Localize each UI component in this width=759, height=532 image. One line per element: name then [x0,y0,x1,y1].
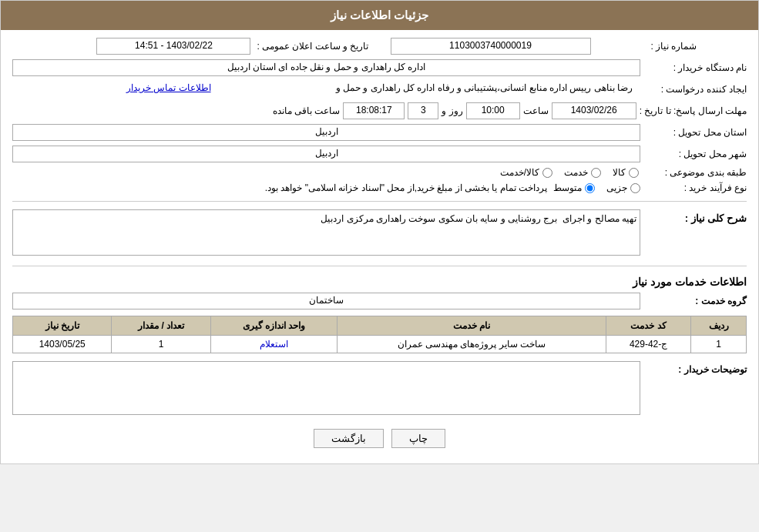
col-row: ردیف [691,316,747,336]
table-row: 1 ج-42-429 ساخت سایر پروژه‌های مهندسی عم… [13,336,747,353]
back-button[interactable]: بازگشت [314,429,384,448]
response-days: 3 [408,102,438,119]
category-radio-kala[interactable] [629,168,639,178]
category-radio-group: کالا خدمت کالا/خدمت [500,167,639,178]
divider-1 [12,201,747,202]
cell-need-date: 1403/05/25 [13,336,112,353]
buyer-notes-area [12,361,640,417]
service-group-label: گروه خدمت : [646,296,747,306]
purchase-type-mottavaset[interactable]: متوسط [553,182,595,193]
category-kala-label: کالا [613,167,626,178]
category-radio-khedmat[interactable] [591,168,601,178]
purchase-type-label: نوع فرآیند خرید : [646,182,747,193]
cell-quantity: 1 [112,336,210,353]
category-kala-khedmat-label: کالا/خدمت [500,167,539,178]
general-desc-label: شرح کلی نیاز : [646,209,747,224]
response-time-label: ساعت [523,105,549,116]
services-table: ردیف کد خدمت نام خدمت واحد اندازه گیری ت… [12,316,747,353]
cell-unit[interactable]: استعلام [210,336,337,353]
response-date: 1403/02/26 [552,102,636,119]
creator-label: ایجاد کننده درخواست : [646,84,747,95]
response-day-label: روز و [442,105,462,116]
category-label: طبقه بندی موضوعی : [646,167,747,178]
purchase-type-mottavaset-label: متوسط [553,182,582,193]
purchase-type-radio-mottavaset[interactable] [585,183,595,193]
buyer-notes-textarea[interactable] [12,361,640,415]
purchase-type-radio-group: جزیی متوسط [553,182,640,193]
cell-service-code: ج-42-429 [606,336,691,353]
category-radio-kala-khedmat[interactable] [542,168,552,178]
divider-2 [12,266,747,266]
category-option-khedmat[interactable]: خدمت [564,167,601,178]
need-number-label: شماره نیاز : [597,41,697,52]
print-button[interactable]: چاپ [391,429,445,448]
category-khedmat-label: خدمت [564,167,588,178]
col-unit: واحد اندازه گیری [210,316,337,336]
province-value: اردبیل [12,124,640,141]
general-desc-textarea[interactable] [12,209,640,256]
response-remaining: 18:08:17 [343,102,405,119]
category-option-kala[interactable]: کالا [613,167,639,178]
announce-datetime-value: 1403/02/22 - 14:51 [96,38,250,55]
page-header: جزئیات اطلاعات نیاز [1,1,758,30]
page-title: جزئیات اطلاعات نیاز [331,8,428,22]
need-number-value: 1103003740000019 [391,38,591,55]
purchase-type-radio-jozi[interactable] [630,183,640,193]
purchase-note: پرداخت تمام یا بخشی از مبلغ خرید,از محل … [12,182,547,193]
purchase-type-jozi-label: جزیی [606,182,627,193]
service-group-value: ساختمان [12,293,640,309]
response-time: 10:00 [466,102,520,119]
services-section-title: اطلاعات خدمات مورد نیاز [12,276,747,288]
buyer-notes-label: توضیحات خریدار : [646,361,747,375]
buyer-org-label: نام دستگاه خریدار : [646,62,747,73]
col-service-code: کد خدمت [606,316,691,336]
button-row: چاپ بازگشت [12,429,747,448]
creator-value: رضا بناهی رییس اداره منابع انسانی،پشتیبا… [328,81,641,98]
city-value: اردبیل [12,146,640,162]
cell-service-name: ساخت سایر پروژه‌های مهندسی عمران [338,336,606,353]
announce-datetime-label: تاریخ و ساعت اعلان عمومی : [257,41,368,52]
cell-row: 1 [691,336,747,353]
purchase-type-jozi[interactable]: جزیی [606,182,640,193]
col-need-date: تاریخ نیاز [13,316,112,336]
category-option-kala-khedmat[interactable]: کالا/خدمت [500,167,552,178]
col-quantity: تعداد / مقدار [112,316,210,336]
creator-contact-link[interactable]: اطلاعات تماس خریدار [12,81,325,98]
general-desc-area: تهیه مصالح و اجرای برج روشنایی و سایه با… [12,209,640,258]
remaining-label: ساعت باقی مانده [273,105,341,116]
city-label: شهر محل تحویل : [646,149,747,159]
col-service-name: نام خدمت [338,316,606,336]
response-deadline-label: مهلت ارسال پاسخ: تا تاریخ : [640,105,747,116]
buyer-org-value: اداره کل راهداری و حمل و نقل جاده ای است… [12,59,640,76]
province-label: استان محل تحویل : [646,127,747,138]
